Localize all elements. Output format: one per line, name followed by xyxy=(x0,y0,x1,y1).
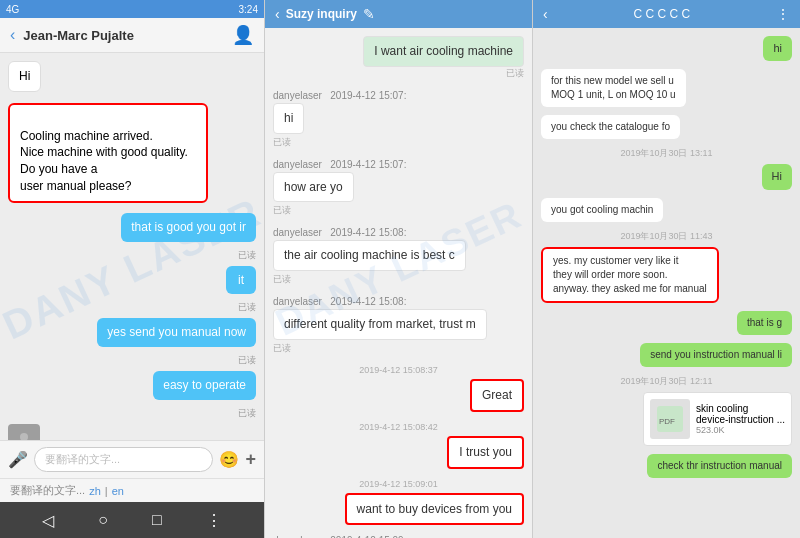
outgoing-message: it xyxy=(226,266,256,295)
chat-input-bar: 🎤 要翻译的文字... 😊 + xyxy=(0,440,264,478)
menu-nav-icon[interactable]: ⋮ xyxy=(206,511,222,530)
sender-label: danyelaser 2019-4-12 15:07: xyxy=(273,90,406,101)
outgoing-message: check thr instruction manual xyxy=(647,454,792,478)
outgoing-message: I want air cooling machine xyxy=(363,36,524,67)
timestamp: 2019年10月30日 13:11 xyxy=(541,147,792,160)
read-status: 已读 xyxy=(238,354,256,367)
read-status: 已读 xyxy=(273,204,291,217)
incoming-message: different quality from market, trust m xyxy=(273,309,487,340)
message-row: it 已读 xyxy=(8,266,256,315)
timestamp: 2019-4-12 15:08:37 xyxy=(273,365,524,375)
message-row: easy to operate 已读 xyxy=(8,371,256,420)
more-icon-right[interactable]: ⋮ xyxy=(776,6,790,22)
message-row: yes send you manual now 已读 xyxy=(8,318,256,367)
message-row: Hi xyxy=(541,164,792,189)
contact-name: Jean-Marc Pujalte xyxy=(23,28,232,43)
avatar xyxy=(8,424,40,440)
message-row: send you instruction manual li xyxy=(541,343,792,367)
back-icon[interactable]: ‹ xyxy=(10,26,15,44)
product-info: skin cooling device-instruction ... 523.… xyxy=(696,399,785,439)
message-row: yes. my customer very like it they will … xyxy=(541,247,792,303)
read-status: 已读 xyxy=(238,301,256,314)
right-messages-list: hi for this new model we sell u MOQ 1 un… xyxy=(533,28,800,538)
incoming-message: the air cooling machine is best c xyxy=(273,240,466,271)
timestamp: 2019年10月30日 12:11 xyxy=(541,375,792,388)
home-nav-icon[interactable]: ○ xyxy=(98,511,108,529)
left-chat-panel: DANY LASER 4G 3:24 ‹ Jean-Marc Pujalte 👤… xyxy=(0,0,265,538)
translate-bar: 要翻译的文字... zh | en xyxy=(0,478,264,502)
outgoing-highlighted-message: want to buy devices from you xyxy=(345,493,524,526)
right-chat-title: C C C C C xyxy=(634,7,691,21)
message-row: that is good you got ir 已读 xyxy=(8,213,256,262)
middle-messages-list: I want air cooling machine 已读 danyelaser… xyxy=(265,28,532,538)
message-row: for this new model we sell u MOQ 1 unit,… xyxy=(541,69,792,107)
sender-label: danyelaser 2019-4-12 15:08: xyxy=(273,227,406,238)
middle-chat-title: Suzy inquiry xyxy=(286,7,357,21)
voice-icon[interactable]: 🎤 xyxy=(8,450,28,469)
message-row: you check the catalogue fo xyxy=(541,115,792,139)
incoming-message: how are yo xyxy=(273,172,354,203)
back-icon-right[interactable]: ‹ xyxy=(543,6,548,22)
lang-en[interactable]: en xyxy=(112,485,124,497)
lang-zh[interactable]: zh xyxy=(89,485,101,497)
middle-chat-panel: DANY LASER ‹ Suzy inquiry ✎ I want air c… xyxy=(265,0,533,538)
message-row: hi xyxy=(541,36,792,61)
product-card: PDF skin cooling device-instruction ... … xyxy=(643,392,792,446)
status-bar: 4G 3:24 xyxy=(0,0,264,18)
middle-header: ‹ Suzy inquiry ✎ xyxy=(265,0,532,28)
incoming-message: for this new model we sell u MOQ 1 unit,… xyxy=(541,69,686,107)
product-card-row: PDF skin cooling device-instruction ... … xyxy=(541,392,792,446)
chat-input[interactable]: 要翻译的文字... xyxy=(34,447,213,472)
profile-icon[interactable]: 👤 xyxy=(232,24,254,46)
outgoing-highlighted-message: Great xyxy=(470,379,524,412)
message-row: I want air cooling machine 已读 xyxy=(273,36,524,80)
message-row: Great xyxy=(273,379,524,412)
chat-header: ‹ Jean-Marc Pujalte 👤 xyxy=(0,18,264,53)
outgoing-message: that is g xyxy=(737,311,792,335)
outgoing-message: easy to operate xyxy=(153,371,256,400)
right-header: ‹ C C C C C ⋮ xyxy=(533,0,800,28)
outgoing-highlighted-message: I trust you xyxy=(447,436,524,469)
chat-messages-list: Hi Cooling machine arrived. Nice machine… xyxy=(0,53,264,440)
read-status: 已读 xyxy=(273,273,291,286)
emoji-icon[interactable]: 😊 xyxy=(219,450,239,469)
incoming-highlighted-message: yes. my customer very like it they will … xyxy=(541,247,719,303)
avatar-row xyxy=(8,424,256,440)
message-row: I trust you xyxy=(273,436,524,469)
signal-info: 4G xyxy=(6,4,19,15)
outgoing-message: Hi xyxy=(762,164,792,189)
time-display: 3:24 xyxy=(239,4,258,15)
svg-text:PDF: PDF xyxy=(659,417,675,426)
message-row: want to buy devices from you xyxy=(273,493,524,526)
right-chat-panel: DANY LASER ‹ C C C C C ⋮ hi for this new… xyxy=(533,0,800,538)
message-row: danyelaser 2019-4-12 15:08: the air cool… xyxy=(273,227,524,286)
read-status: 已读 xyxy=(273,342,291,355)
add-icon[interactable]: + xyxy=(245,449,256,470)
incoming-message: hi xyxy=(273,103,304,134)
incoming-message: you check the catalogue fo xyxy=(541,115,680,139)
edit-icon-middle[interactable]: ✎ xyxy=(363,6,375,22)
timestamp: 2019-4-12 15:08:42 xyxy=(273,422,524,432)
outgoing-message: yes send you manual now xyxy=(97,318,256,347)
sender-label: danyelaser 2019-4-12 15:08: xyxy=(273,296,406,307)
read-status: 已读 xyxy=(238,249,256,262)
product-thumbnail: PDF xyxy=(650,399,690,439)
outgoing-message: hi xyxy=(763,36,792,61)
recent-nav-icon[interactable]: □ xyxy=(152,511,162,529)
message-row: Cooling machine arrived. Nice machine wi… xyxy=(8,103,256,209)
outgoing-message: send you instruction manual li xyxy=(640,343,792,367)
incoming-message: you got cooling machin xyxy=(541,198,663,222)
message-row: danyelaser 2019-4-12 15:07: how are yo 已… xyxy=(273,159,524,218)
back-icon-middle[interactable]: ‹ xyxy=(275,6,280,22)
lang-separator: | xyxy=(105,485,108,497)
incoming-message: Hi xyxy=(8,61,41,92)
message-row: Hi xyxy=(8,61,256,99)
read-status: 已读 xyxy=(238,407,256,420)
message-row: that is g xyxy=(541,311,792,335)
message-row: you got cooling machin xyxy=(541,198,792,222)
message-row: check thr instruction manual xyxy=(541,454,792,478)
svg-point-0 xyxy=(20,433,28,440)
read-status: 已读 xyxy=(273,136,291,149)
timestamp: 2019-4-12 15:09:01 xyxy=(273,479,524,489)
back-nav-icon[interactable]: ◁ xyxy=(42,511,54,530)
